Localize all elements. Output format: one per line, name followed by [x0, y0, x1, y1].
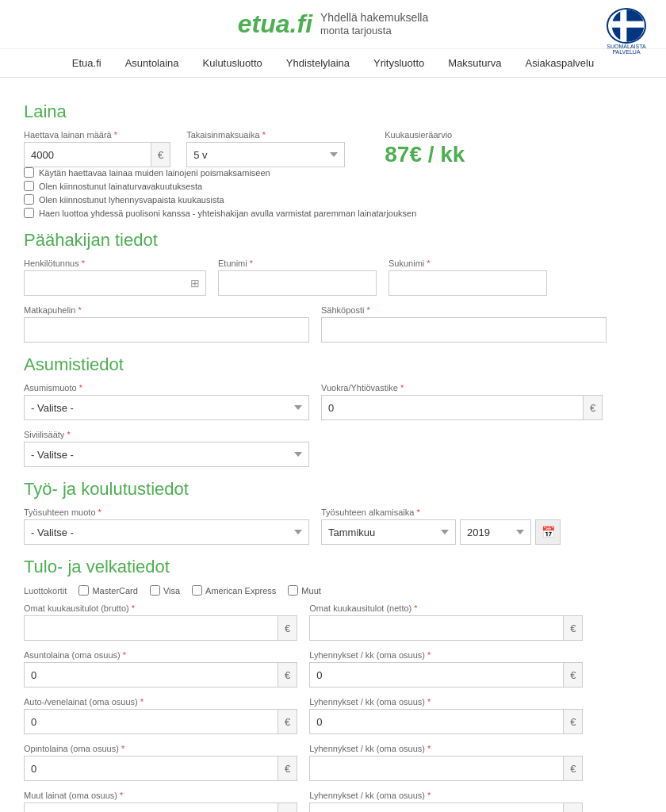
other-loan-group: Muut lainat (oma osuus) * €	[24, 791, 297, 812]
loan-checkbox-2-input[interactable]	[24, 181, 34, 191]
credit-cards-label: Luottokortit	[24, 586, 67, 596]
other-card-label: Muut	[301, 586, 320, 596]
car-loan-input[interactable]	[24, 709, 278, 734]
nav-kulutusluotto[interactable]: Kulutusluotto	[203, 57, 262, 69]
housing-row1: Asumismuoto * - Valitse - Vuokra/Yhtiöva…	[24, 383, 642, 420]
net-income-label: Omat kuukausitulot (netto) *	[309, 603, 583, 613]
mortgage-payment-input[interactable]	[309, 662, 563, 688]
net-income-input[interactable]	[309, 615, 563, 641]
flag-icon	[607, 8, 646, 44]
email-input[interactable]	[321, 317, 607, 343]
email-group: Sähköposti *	[321, 305, 607, 343]
car-payment-input[interactable]	[309, 709, 563, 734]
loan-period-select[interactable]: 5 v 1 v 2 v 3 v 4 v 6 v 7 v 10 v	[186, 142, 345, 167]
housing-type-select[interactable]: - Valitse -	[24, 395, 309, 420]
net-income-wrap: €	[309, 615, 583, 641]
mortgage-row: Asuntolaina (oma osuus) * € Lyhennykset …	[24, 650, 642, 688]
loan-checkbox-3-label: Olen kiinnostunut lyhennysvapaista kuuka…	[39, 195, 224, 205]
employment-section-title: Työ- ja koulutustiedot	[24, 479, 642, 500]
gross-income-wrap: €	[24, 615, 297, 641]
rent-input[interactable]	[321, 395, 583, 420]
study-loan-input[interactable]	[24, 756, 278, 781]
firstname-label: Etunimi *	[218, 259, 377, 268]
income-row: Omat kuukausitulot (brutto) * € Omat kuu…	[24, 603, 642, 641]
gross-income-input[interactable]	[24, 615, 278, 641]
civil-status-group: Siviilisääty * - Valitse -	[24, 430, 309, 467]
monthly-estimate-value: 87€ / kk	[385, 142, 465, 167]
other-payment-input[interactable]	[309, 802, 563, 812]
lastname-input[interactable]	[388, 270, 547, 296]
firstname-input[interactable]	[218, 270, 377, 296]
other-payment-label: Lyhennykset / kk (oma osuus) *	[309, 791, 583, 800]
car-payment-group: Lyhennykset / kk (oma osuus) * €	[309, 697, 583, 734]
mortgage-payment-group: Lyhennykset / kk (oma osuus) * €	[309, 650, 583, 688]
car-payment-symbol: €	[563, 709, 583, 734]
visa-checkbox-label[interactable]: Visa	[150, 585, 180, 596]
loan-amount-input-wrap: €	[24, 142, 170, 167]
loan-checkbox-1-input[interactable]	[24, 167, 34, 178]
loan-checkbox-3[interactable]: Olen kiinnostunut lyhennysvapaista kuuka…	[24, 194, 642, 205]
net-symbol: €	[563, 615, 583, 641]
study-payment-input[interactable]	[309, 756, 563, 781]
amex-checkbox-label[interactable]: American Express	[192, 585, 276, 596]
mastercard-checkbox[interactable]	[78, 585, 89, 596]
study-payment-wrap: €	[309, 756, 583, 781]
other-loan-label: Muut lainat (oma osuus) *	[24, 791, 297, 800]
visa-label: Visa	[163, 586, 180, 596]
other-loan-row: Muut lainat (oma osuus) * € Lyhennykset …	[24, 791, 642, 812]
loan-checkbox-4-input[interactable]	[24, 208, 34, 218]
study-loan-wrap: €	[24, 756, 297, 781]
applicant-row2: Matkapuhelin * Sähköposti *	[24, 305, 642, 343]
phone-input[interactable]	[24, 317, 309, 343]
flag-label: SUOMALAISTA PALVELUA	[607, 44, 645, 56]
car-loan-label: Auto-/venelainat (oma osuus) *	[24, 697, 297, 707]
mortgage-payment-symbol: €	[563, 662, 583, 688]
amex-checkbox[interactable]	[192, 585, 202, 596]
nav-yritysluotto[interactable]: Yritysluotto	[373, 57, 424, 69]
loan-checkbox-1[interactable]: Käytän haettavaa lainaa muiden lainojeni…	[24, 167, 642, 178]
nav-maksuturva[interactable]: Maksuturva	[448, 57, 501, 69]
other-payment-group: Lyhennykset / kk (oma osuus) * €	[309, 791, 583, 812]
loan-amount-input[interactable]	[24, 142, 151, 167]
other-card-checkbox[interactable]	[288, 585, 298, 596]
housing-type-group: Asumismuoto * - Valitse -	[24, 383, 309, 420]
employment-type-group: Työsuhteen muoto * - Valitse -	[24, 508, 309, 545]
loan-amount-symbol: €	[151, 142, 170, 167]
svg-rect-1	[612, 21, 645, 28]
financial-section-title: Tulo- ja velkatiedot	[24, 557, 642, 577]
nav-etua[interactable]: Etua.fi	[72, 57, 101, 69]
mastercard-checkbox-label[interactable]: MasterCard	[78, 585, 137, 596]
rent-input-wrap: €	[321, 395, 603, 420]
phone-group: Matkapuhelin *	[24, 305, 309, 343]
other-loan-input[interactable]	[24, 802, 278, 812]
employment-type-select[interactable]: - Valitse -	[24, 519, 309, 545]
study-payment-label: Lyhennykset / kk (oma osuus) *	[309, 744, 583, 753]
civil-status-select[interactable]: - Valitse -	[24, 442, 309, 467]
loan-checkbox-3-input[interactable]	[24, 194, 34, 205]
tagline2: monta tarjousta	[320, 25, 428, 38]
other-card-checkbox-label[interactable]: Muut	[288, 585, 320, 596]
start-year-select[interactable]: 2019 2018 2017 2016 2015	[460, 519, 531, 545]
visa-checkbox[interactable]	[150, 585, 160, 596]
nav-asuntolaina[interactable]: Asuntolaina	[125, 57, 179, 69]
logo-etua: etua.fi	[238, 10, 312, 39]
gross-symbol: €	[278, 615, 297, 641]
calendar-button[interactable]: 📅	[535, 519, 561, 545]
email-label: Sähköposti *	[321, 305, 607, 315]
mortgage-payment-wrap: €	[309, 662, 583, 688]
amex-label: American Express	[205, 586, 276, 596]
phone-label: Matkapuhelin *	[24, 305, 309, 315]
nav-asiakaspalvelu[interactable]: Asiakaspalvelu	[526, 57, 595, 69]
ssn-group: Henkilötunnus * ⊞	[24, 259, 206, 296]
flag-badge: SUOMALAISTA PALVELUA	[603, 8, 650, 56]
mortgage-input[interactable]	[24, 662, 278, 688]
loan-row: Haettava lainan määrä * € Takaisinmaksua…	[24, 130, 642, 167]
start-month-select[interactable]: Tammikuu Helmikuu Maaliskuu Huhtikuu Tou…	[321, 519, 456, 545]
study-payment-symbol: €	[563, 756, 583, 781]
car-payment-wrap: €	[309, 709, 583, 734]
loan-checkbox-4[interactable]: Haen luottoa yhdessä puolisoni kanssa - …	[24, 208, 642, 218]
mortgage-symbol: €	[278, 662, 297, 688]
nav-yhdistelylaina[interactable]: Yhdistelylaina	[286, 57, 350, 69]
loan-checkbox-2[interactable]: Olen kiinnostunut lainaturvavakuutuksest…	[24, 181, 642, 191]
ssn-input[interactable]	[24, 270, 206, 296]
